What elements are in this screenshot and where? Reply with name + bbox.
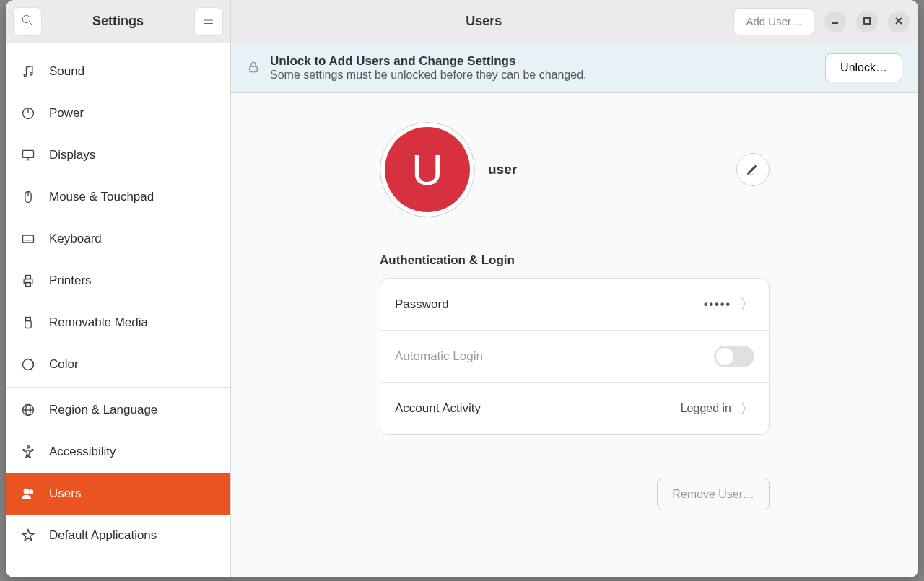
sidebar-item-label: Default Applications <box>49 528 157 543</box>
banner-title: Unlock to Add Users and Change Settings <box>270 54 815 69</box>
remove-user-button[interactable]: Remove User… <box>657 479 770 510</box>
sidebar-item-displays[interactable]: Displays <box>6 134 230 176</box>
sidebar-item-printers[interactable]: Printers <box>6 260 230 302</box>
password-label: Password <box>395 297 695 312</box>
svg-point-0 <box>22 15 30 23</box>
svg-line-1 <box>29 22 32 25</box>
sidebar-divider <box>6 387 230 388</box>
sidebar-item-label: Printers <box>49 274 92 288</box>
accessibility-icon <box>20 444 36 460</box>
sidebar-item-color[interactable]: Color <box>6 344 230 385</box>
sidebar-item-label: Mouse & Touchpad <box>49 190 154 204</box>
svg-rect-9 <box>23 150 34 157</box>
password-row[interactable]: Password ••••• 〉 <box>380 279 769 331</box>
chevron-right-icon: 〉 <box>740 294 754 314</box>
content: U user Authentication & Login Password •… <box>231 93 918 577</box>
music-note-icon <box>20 64 36 79</box>
search-button[interactable] <box>13 7 42 36</box>
sidebar-header: Settings <box>6 0 230 43</box>
svg-rect-36 <box>250 66 258 72</box>
password-value: ••••• <box>704 298 731 311</box>
remove-user-row: Remove User… <box>380 479 770 510</box>
unlock-button[interactable]: Unlock… <box>825 53 902 82</box>
content-inner: U user Authentication & Login Password •… <box>380 122 770 510</box>
sidebar-item-label: Region & Language <box>49 403 157 417</box>
sidebar-item-removable-media[interactable]: Removable Media <box>6 302 230 344</box>
add-user-button[interactable]: Add User… <box>733 8 814 35</box>
chevron-right-icon: 〉 <box>740 399 754 419</box>
profile-row: U user <box>380 122 770 217</box>
sidebar-item-mouse-touchpad[interactable]: Mouse & Touchpad <box>6 176 230 218</box>
sidebar-item-label: Color <box>49 357 79 372</box>
sidebar-item-sound[interactable]: Sound <box>6 51 230 92</box>
svg-point-29 <box>27 446 29 448</box>
usb-icon <box>20 315 36 331</box>
keyboard-icon <box>20 231 36 247</box>
color-icon <box>20 357 36 372</box>
window-maximize-button[interactable] <box>856 11 878 32</box>
automatic-login-row: Automatic Login <box>380 331 769 383</box>
sidebar-item-power[interactable]: Power <box>6 92 230 134</box>
sidebar-item-label: Keyboard <box>49 232 102 246</box>
globe-icon <box>20 402 36 418</box>
svg-rect-22 <box>26 283 31 287</box>
sidebar-item-label: Removable Media <box>49 315 148 330</box>
avatar-ring[interactable]: U <box>380 122 475 217</box>
svg-rect-23 <box>26 318 31 321</box>
sidebar-title: Settings <box>48 14 188 29</box>
sidebar-item-users[interactable]: Users <box>6 473 230 515</box>
auth-section-title: Authentication & Login <box>380 253 770 268</box>
hamburger-icon <box>202 14 215 29</box>
sidebar-item-keyboard[interactable]: Keyboard <box>6 218 230 260</box>
unlock-banner: Unlock to Add Users and Change Settings … <box>231 43 918 93</box>
svg-point-6 <box>30 73 32 75</box>
sidebar-item-label: Accessibility <box>49 445 116 459</box>
edit-name-button[interactable] <box>736 153 770 186</box>
search-icon <box>21 14 34 29</box>
main-header: Users Add User… <box>231 0 918 43</box>
printer-icon <box>20 273 36 289</box>
settings-window: Settings Sound Power Displays <box>6 0 918 577</box>
star-icon <box>20 528 36 543</box>
hamburger-menu-button[interactable] <box>194 7 223 36</box>
lock-icon <box>247 61 260 76</box>
svg-rect-33 <box>864 18 870 24</box>
svg-point-5 <box>24 74 26 76</box>
account-activity-value: Logged in <box>681 402 731 415</box>
maximize-icon <box>863 15 871 27</box>
sidebar-item-default-applications[interactable]: Default Applications <box>6 515 230 556</box>
pencil-icon <box>746 162 760 178</box>
svg-rect-21 <box>26 276 31 279</box>
minimize-icon <box>831 15 840 27</box>
power-icon <box>20 105 36 121</box>
banner-text: Unlock to Add Users and Change Settings … <box>270 54 815 82</box>
svg-point-31 <box>30 490 33 494</box>
window-minimize-button[interactable] <box>824 11 846 32</box>
sidebar-item-label: Displays <box>49 148 95 162</box>
svg-rect-24 <box>25 321 31 328</box>
sidebar-item-label: Sound <box>49 64 84 79</box>
auth-settings-list: Password ••••• 〉 Automatic Login Account… <box>380 278 770 435</box>
svg-point-30 <box>24 489 29 494</box>
sidebar-item-label: Power <box>49 106 84 121</box>
page-title: Users <box>240 14 728 29</box>
sidebar-list: Sound Power Displays Mouse & Touchpad Ke… <box>6 43 230 577</box>
window-close-button[interactable] <box>888 11 910 32</box>
sidebar: Settings Sound Power Displays <box>6 0 231 577</box>
account-activity-label: Account Activity <box>395 401 672 416</box>
close-icon <box>894 15 903 27</box>
svg-rect-14 <box>23 235 34 243</box>
account-activity-row[interactable]: Account Activity Logged in 〉 <box>380 383 769 434</box>
display-icon <box>20 147 36 163</box>
sidebar-item-label: Users <box>49 486 81 501</box>
main-panel: Users Add User… Unlock to Add Users and … <box>231 0 918 577</box>
sidebar-item-region-language[interactable]: Region & Language <box>6 389 230 431</box>
sidebar-item-accessibility[interactable]: Accessibility <box>6 431 230 473</box>
users-icon <box>20 486 36 502</box>
username: user <box>488 162 517 178</box>
mouse-icon <box>20 189 36 205</box>
automatic-login-toggle[interactable] <box>714 346 754 367</box>
avatar: U <box>385 127 470 212</box>
banner-subtitle: Some settings must be unlocked before th… <box>270 69 815 82</box>
automatic-login-label: Automatic Login <box>395 349 705 364</box>
